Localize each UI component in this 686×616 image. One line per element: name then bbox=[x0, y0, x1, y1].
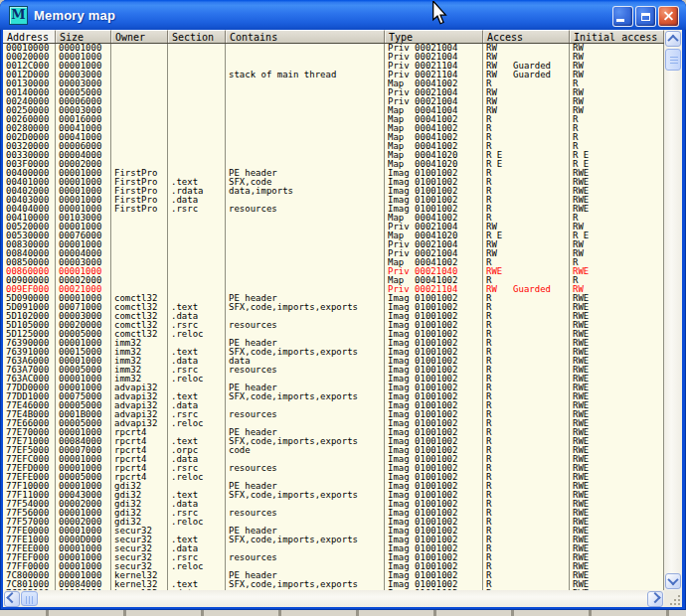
table-row[interactable]: 0053000000076000Map 00041020R ER E bbox=[3, 231, 664, 240]
table-row[interactable]: 763A700000005000imm32.rsrcresourcesImag … bbox=[3, 366, 664, 375]
table-row[interactable]: 0083000000001000Priv 00021004RWRW bbox=[3, 240, 664, 249]
table-row[interactable]: 7639100000015000imm32.textSFX,code,impor… bbox=[3, 348, 664, 357]
table-row[interactable]: 5D09100000071000comctl32.textSFX,code,im… bbox=[3, 303, 664, 312]
table-row[interactable]: 0040300000001000FirstPro.dataImag 010010… bbox=[3, 196, 664, 205]
table-row[interactable]: 5D10500000020000comctl32.rsrcresourcesIm… bbox=[3, 321, 664, 330]
table-row[interactable]: 77DD100000075000advapi32.textSFX,code,im… bbox=[3, 392, 664, 401]
ollydbg-m-icon: M bbox=[9, 6, 28, 25]
table-row[interactable]: 0041000000103000Map 00041002RR bbox=[3, 214, 664, 223]
table-row[interactable]: 0028000000041000Map 00041002RR bbox=[3, 124, 664, 133]
cell-address: 77E4B000 bbox=[3, 410, 56, 419]
table-row[interactable]: 0012C00000001000Priv 00021104RW GuardedR… bbox=[3, 62, 664, 71]
table-row[interactable]: 77F5700000002000gdi32.relocImag 01001002… bbox=[3, 518, 664, 527]
table-row[interactable]: 003F000000002000Map 00041020R ER E bbox=[3, 160, 664, 169]
table-row[interactable]: 77F5400000002000gdi32.dataImag 01001002R… bbox=[3, 500, 664, 509]
table-row[interactable]: 77DD000000001000advapi32PE headerImag 01… bbox=[3, 384, 664, 392]
table-row[interactable]: 0001000000001000Priv 00021004RWRW bbox=[3, 44, 664, 53]
close-button[interactable] bbox=[658, 6, 679, 27]
table-row[interactable]: 0084000000004000Priv 00021004RWRW bbox=[3, 249, 664, 258]
table-row[interactable]: 77FE10000000D000secur32.textSFX,code,imp… bbox=[3, 536, 664, 544]
table-row[interactable]: 7C80100000084000kernel32.textSFX,code,im… bbox=[3, 580, 664, 589]
table-row[interactable]: 77E4B0000001B000advapi32.rsrcresourcesIm… bbox=[3, 410, 664, 419]
table-row[interactable]: 77EFC00000001000rpcrt4.dataImag 01001002… bbox=[3, 455, 664, 464]
scroll-down-button[interactable] bbox=[665, 573, 681, 589]
cell-contains bbox=[226, 88, 385, 97]
table-row[interactable]: 0026000000016000Map 00041002RR bbox=[3, 115, 664, 124]
cell-contains bbox=[226, 142, 385, 151]
cell-initial-access: RWE bbox=[570, 178, 664, 187]
table-row[interactable]: 0032000000006000Map 00041002RR bbox=[3, 142, 664, 151]
table-row[interactable]: 0040200000001000FirstPro.rdatadata,impor… bbox=[3, 187, 664, 196]
cell-size: 00041000 bbox=[56, 133, 111, 142]
cell-access: R E bbox=[483, 231, 570, 240]
column-header-initial-access[interactable]: Initial access bbox=[570, 30, 664, 43]
table-row[interactable]: 0012D00000003000stack of main threadPriv… bbox=[3, 71, 664, 79]
table-row[interactable]: 0086000000001000Priv 00021040RWERWE bbox=[3, 267, 664, 276]
table-row[interactable]: 0040000000001000FirstProPE headerImag 01… bbox=[3, 169, 664, 178]
cell-initial-access: RWE bbox=[570, 357, 664, 366]
table-row[interactable]: 77EFE00000005000rpcrt4.relocImag 0100100… bbox=[3, 473, 664, 482]
column-header-section[interactable]: Section bbox=[168, 30, 226, 43]
table-row[interactable]: 0014000000005000Priv 00021004RWRW bbox=[3, 88, 664, 97]
table-row[interactable]: 77EF500000007000rpcrt4.orpccodeImag 0100… bbox=[3, 446, 664, 455]
cell-type: Imag 01001002 bbox=[385, 544, 483, 553]
table-row[interactable]: 002D000000041000Map 00041002RR bbox=[3, 133, 664, 142]
table-row[interactable]: 77F5600000001000gdi32.rsrcresourcesImag … bbox=[3, 509, 664, 518]
table-row[interactable]: 77F1000000001000gdi32PE headerImag 01001… bbox=[3, 482, 664, 491]
table-row[interactable]: 5D12500000005000comctl32.relocImag 01001… bbox=[3, 330, 664, 339]
horizontal-scrollbar[interactable] bbox=[3, 590, 664, 607]
table-row[interactable]: 77EFD00000001000rpcrt4.rsrcresourcesImag… bbox=[3, 464, 664, 473]
table-row[interactable]: 0002000000001000Priv 00021004RWRW bbox=[3, 53, 664, 62]
cell-access: R bbox=[483, 357, 570, 366]
table-row[interactable]: 0013000000003000Map 00041002RR bbox=[3, 79, 664, 88]
column-header-contains[interactable]: Contains bbox=[226, 30, 385, 43]
table-row[interactable]: 77FF000000001000secur32.relocImag 010010… bbox=[3, 562, 664, 571]
column-header-address[interactable]: Address bbox=[3, 30, 56, 43]
table-row[interactable]: 77E7000000001000rpcrt4PE headerImag 0100… bbox=[3, 428, 664, 437]
table-row[interactable]: 77E6600000005000advapi32.relocImag 01001… bbox=[3, 419, 664, 428]
table-row[interactable]: 763A600000001000imm32.datadataImag 01001… bbox=[3, 357, 664, 366]
vertical-scrollbar[interactable] bbox=[664, 30, 682, 590]
table-row[interactable]: 0090000000002000Map 00041002RR bbox=[3, 276, 664, 285]
table-row[interactable]: 763AC00000001000imm32.relocImag 01001002… bbox=[3, 375, 664, 384]
horizontal-scroll-thumb[interactable] bbox=[21, 591, 38, 606]
titlebar[interactable]: M Memory map bbox=[0, 0, 686, 30]
table-row[interactable]: 77FEF00000001000secur32.rsrcresourcesIma… bbox=[3, 553, 664, 562]
table-row[interactable]: 009EF00000021000Priv 00021104RW GuardedR… bbox=[3, 285, 664, 294]
table-row[interactable]: 0033000000004000Map 00041020R ER E bbox=[3, 151, 664, 160]
table-row[interactable]: 77FE000000001000secur32PE headerImag 010… bbox=[3, 527, 664, 536]
table-row[interactable]: 7C80000000001000kernel32PE headerImag 01… bbox=[3, 571, 664, 580]
cell-contains: resources bbox=[226, 321, 385, 330]
cell-initial-access: R bbox=[570, 142, 664, 151]
cell-size: 00001000 bbox=[56, 428, 111, 437]
table-row[interactable]: 77FEE00000001000secur32.dataImag 0100100… bbox=[3, 544, 664, 553]
vertical-scroll-thumb[interactable] bbox=[665, 49, 681, 71]
scroll-right-button[interactable] bbox=[647, 591, 663, 607]
cell-access: RW bbox=[483, 223, 570, 231]
chevron-right-icon bbox=[649, 592, 660, 603]
table-row[interactable]: 0025000000003000Map 00041004RWRW bbox=[3, 106, 664, 115]
table-row[interactable]: 77E7100000084000rpcrt4.textSFX,code,impo… bbox=[3, 437, 664, 446]
scroll-left-button[interactable] bbox=[4, 591, 20, 607]
column-header-type[interactable]: Type bbox=[385, 30, 483, 43]
maximize-button[interactable] bbox=[635, 6, 656, 27]
table-row[interactable]: 0040400000001000FirstPro.rsrcresourcesIm… bbox=[3, 205, 664, 214]
table-row[interactable]: 7639000000001000imm32PE headerImag 01001… bbox=[3, 339, 664, 348]
table-row[interactable]: 0024000000006000Priv 00021004RWRW bbox=[3, 97, 664, 106]
minimize-button[interactable] bbox=[612, 6, 633, 27]
resize-grip[interactable] bbox=[664, 590, 682, 607]
table-row[interactable]: 5D09000000001000comctl32PE headerImag 01… bbox=[3, 294, 664, 303]
table-row[interactable]: 5D10200000003000comctl32.dataImag 010010… bbox=[3, 312, 664, 321]
cell-access: R bbox=[483, 455, 570, 464]
table-row[interactable]: 0052000000001000Priv 00021004RWRW bbox=[3, 223, 664, 231]
column-header-owner[interactable]: Owner bbox=[111, 30, 168, 43]
column-header-size[interactable]: Size bbox=[56, 30, 111, 43]
table-row[interactable]: 0040100000001000FirstPro.textSFX,codeIma… bbox=[3, 178, 664, 187]
table-row[interactable]: 77E4600000005000advapi32.dataImag 010010… bbox=[3, 401, 664, 410]
cell-owner bbox=[111, 142, 168, 151]
column-header-access[interactable]: Access bbox=[483, 30, 570, 43]
table-row[interactable]: 77F1100000043000gdi32.textSFX,code,impor… bbox=[3, 491, 664, 500]
table-row[interactable]: 0085000000003000Map 00041002RR bbox=[3, 258, 664, 267]
cell-type: Imag 01001002 bbox=[385, 482, 483, 491]
scroll-up-button[interactable] bbox=[665, 31, 681, 47]
